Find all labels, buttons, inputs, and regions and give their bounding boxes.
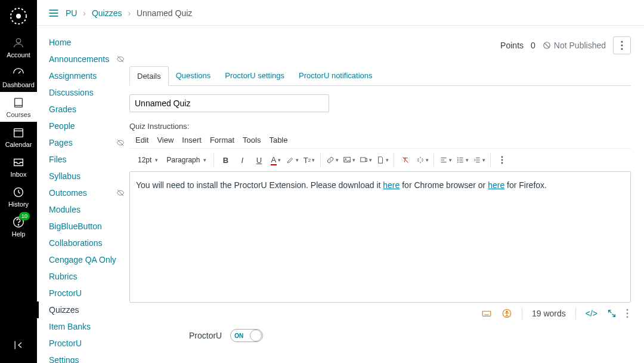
apps-button[interactable]: ▾	[414, 152, 430, 168]
text-color-button[interactable]: A▾	[268, 152, 283, 168]
underline-button[interactable]: U	[251, 152, 267, 168]
cnav-collaborations[interactable]: Collaborations	[37, 235, 129, 251]
font-size-select[interactable]: 12pt▾	[134, 156, 162, 164]
cnav-bbb[interactable]: BigBlueButton	[37, 218, 129, 235]
image-button[interactable]: ▾	[341, 152, 357, 168]
quiz-tabs: Details Questions ProctorU settings Proc…	[129, 66, 631, 86]
editor-statusbar: 19 words </>	[129, 303, 631, 319]
publish-state[interactable]: Not Published	[543, 41, 606, 50]
cnav-people[interactable]: People	[37, 118, 129, 134]
book-icon	[12, 96, 25, 109]
svg-rect-21	[361, 158, 366, 162]
svg-point-44	[627, 316, 628, 318]
hidden-icon	[116, 55, 125, 63]
chrome-link[interactable]: here	[383, 180, 400, 190]
content-pane: Points 0 Not Published Details Questions…	[129, 26, 644, 363]
keyboard-icon[interactable]	[481, 308, 492, 319]
clear-format-button[interactable]	[398, 152, 413, 168]
cnav-syllabus[interactable]: Syllabus	[37, 168, 129, 184]
top-bar: PU › Quizzes › Unnamed Quiz	[37, 0, 644, 26]
menu-view[interactable]: View	[157, 136, 174, 144]
menu-edit[interactable]: Edit	[135, 136, 148, 144]
collapse-nav-button[interactable]	[0, 333, 37, 357]
nav-dashboard[interactable]: Dashboard	[0, 62, 37, 92]
more-options-button[interactable]	[613, 36, 631, 54]
highlight-button[interactable]: ▾	[284, 152, 300, 168]
cnav-grades[interactable]: Grades	[37, 101, 129, 118]
nav-label: Inbox	[11, 171, 27, 178]
brand-logo[interactable]	[0, 0, 37, 32]
menu-format[interactable]: Format	[210, 136, 234, 144]
svg-line-15	[544, 43, 549, 48]
word-count[interactable]: 19 words	[532, 309, 566, 318]
svg-point-16	[621, 41, 623, 42]
media-button[interactable]: ▾	[358, 152, 373, 168]
bold-button[interactable]: B	[218, 152, 233, 168]
history-icon	[12, 186, 25, 199]
link-button[interactable]: ▾	[324, 152, 340, 168]
block-format-select[interactable]: Paragraph▾	[163, 156, 210, 164]
italic-button[interactable]: I	[234, 152, 250, 168]
nav-help[interactable]: 10 Help	[0, 211, 37, 241]
tab-questions[interactable]: Questions	[169, 66, 218, 85]
cnav-cengage[interactable]: Cengage QA Only	[37, 251, 129, 268]
help-badge: 10	[19, 212, 30, 220]
editor-text: You will need to install the ProctorU Ex…	[136, 180, 383, 190]
dashboard-icon	[12, 66, 25, 79]
breadcrumb-current: Unnamed Quiz	[137, 8, 192, 18]
cnav-proctoru2[interactable]: ProctorU	[37, 335, 129, 352]
html-view-button[interactable]: </>	[586, 309, 597, 318]
cnav-home[interactable]: Home	[37, 34, 129, 51]
nav-label: Dashboard	[2, 81, 35, 88]
cnav-outcomes[interactable]: Outcomes	[37, 184, 129, 201]
cnav-modules[interactable]: Modules	[37, 201, 129, 218]
hamburger-icon[interactable]	[48, 7, 60, 19]
nav-calendar[interactable]: Calendar	[0, 122, 37, 152]
cnav-quizzes[interactable]: Quizzes	[37, 302, 129, 318]
cnav-discussions[interactable]: Discussions	[37, 84, 129, 101]
menu-insert[interactable]: Insert	[182, 136, 202, 144]
menu-table[interactable]: Table	[269, 136, 287, 144]
quiz-title-input[interactable]	[129, 94, 329, 112]
firefox-link[interactable]: here	[488, 180, 504, 190]
editor-body[interactable]: You will need to install the ProctorU Ex…	[129, 171, 631, 303]
cnav-files[interactable]: Files	[37, 151, 129, 168]
course-nav: Home Announcements Assignments Discussio…	[37, 26, 129, 363]
nav-label: Account	[7, 51, 30, 59]
inbox-icon	[12, 156, 25, 169]
breadcrumb-section[interactable]: Quizzes	[92, 8, 122, 18]
cnav-pages[interactable]: Pages	[37, 134, 129, 151]
toolbar-more-button[interactable]	[494, 152, 510, 168]
superscript-button[interactable]: T2▾	[301, 152, 317, 168]
cnav-assignments[interactable]: Assignments	[37, 67, 129, 84]
nav-label: Courses	[7, 111, 31, 118]
nav-account[interactable]: Account	[0, 32, 37, 62]
tab-details[interactable]: Details	[129, 66, 169, 86]
unpublished-icon	[543, 41, 551, 50]
a11y-icon[interactable]	[501, 308, 512, 319]
menu-tools[interactable]: Tools	[243, 136, 261, 144]
indent-button[interactable]: ▾	[471, 152, 487, 168]
cnav-rubrics[interactable]: Rubrics	[37, 268, 129, 285]
svg-rect-5	[14, 129, 23, 137]
cnav-itembanks[interactable]: Item Banks	[37, 318, 129, 335]
proctoru-toggle[interactable]: ON	[230, 329, 263, 342]
rce-toolbar: 12pt▾ Paragraph▾ B I U A▾ ▾ T2▾ ▾ ▾ ▾ ▾	[129, 148, 631, 171]
align-button[interactable]: ▾	[438, 152, 453, 168]
hidden-icon	[116, 139, 125, 147]
bullet-list-button[interactable]: ▾	[454, 152, 470, 168]
resize-handle-icon[interactable]	[626, 309, 628, 318]
cnav-announcements[interactable]: Announcements	[37, 51, 129, 67]
cnav-settings[interactable]: Settings	[37, 352, 129, 363]
tab-proctor-notifications[interactable]: ProctorU notifications	[292, 66, 380, 85]
tab-proctor-settings[interactable]: ProctorU settings	[218, 66, 292, 85]
nav-history[interactable]: History	[0, 182, 37, 211]
document-button[interactable]: ▾	[374, 152, 390, 168]
breadcrumb-course[interactable]: PU	[66, 8, 77, 18]
fullscreen-button[interactable]	[607, 309, 617, 318]
svg-point-1	[16, 14, 21, 19]
cnav-proctoru[interactable]: ProctorU	[37, 285, 129, 302]
svg-point-37	[501, 162, 503, 164]
nav-inbox[interactable]: Inbox	[0, 152, 37, 182]
nav-courses[interactable]: Courses	[0, 92, 37, 122]
